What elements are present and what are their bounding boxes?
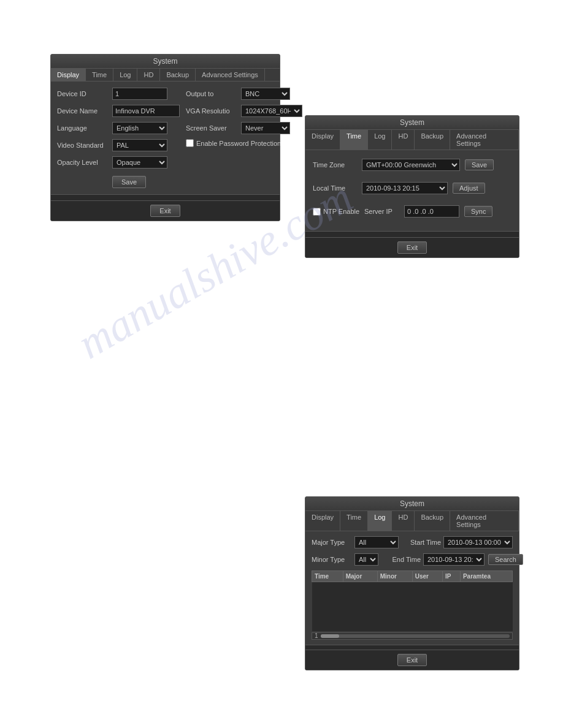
minor-type-select[interactable]: All <box>354 553 378 566</box>
password-protection-checkbox[interactable] <box>186 139 194 147</box>
log-scrollbar[interactable]: 1 <box>312 632 513 640</box>
log-table: Time Major Minor User IP Paramtea <box>312 571 513 631</box>
tab-advanced-3[interactable]: Advanced Settings <box>450 511 519 531</box>
output-to-select[interactable]: BNC <box>241 88 290 100</box>
panel2-content: Time Zone GMT+00:00 Greenwich Save Local… <box>305 150 519 231</box>
col-ip: IP <box>442 571 460 582</box>
local-time-label: Local Time <box>313 184 362 192</box>
device-name-input[interactable] <box>112 105 180 117</box>
col-paramtea: Paramtea <box>460 571 512 582</box>
panel3-title: System <box>305 497 519 511</box>
major-type-row: Major Type All Start Time 2010-09-13 00:… <box>312 536 513 548</box>
server-ip-label: Server IP <box>364 208 404 215</box>
tab-log-1[interactable]: Log <box>113 69 137 81</box>
tab-time-3[interactable]: Time <box>340 511 368 531</box>
video-standard-label: Video Standard <box>57 142 112 149</box>
screen-saver-select[interactable]: Never <box>241 122 290 134</box>
time-zone-label: Time Zone <box>313 161 362 169</box>
col-minor: Minor <box>377 571 412 582</box>
panel2-footer: Exit <box>305 237 519 257</box>
tab-backup-2[interactable]: Backup <box>415 130 450 150</box>
password-protection-label: Enable Password Protection <box>196 140 281 147</box>
col-user: User <box>412 571 442 582</box>
device-id-row: Device ID <box>57 88 180 100</box>
system-log-panel: System Display Time Log HD Backup Advanc… <box>305 496 519 670</box>
ntp-enable-label: NTP Enable <box>323 208 359 215</box>
panel3-content: Major Type All Start Time 2010-09-13 00:… <box>305 531 519 645</box>
panel1-exit-button[interactable]: Exit <box>150 205 180 217</box>
system-time-panel: System Display Time Log HD Backup Advanc… <box>305 115 519 258</box>
tab-time-2[interactable]: Time <box>340 130 368 150</box>
server-ip-input[interactable] <box>404 205 459 218</box>
adjust-button[interactable]: Adjust <box>453 183 485 194</box>
tab-backup-1[interactable]: Backup <box>160 69 196 81</box>
opacity-level-label: Opacity Level <box>57 159 112 166</box>
panel1-title: System <box>51 55 280 69</box>
tab-hd-3[interactable]: HD <box>392 511 415 531</box>
panel1-tabs: Display Time Log HD Backup Advanced Sett… <box>51 69 280 82</box>
tab-log-3[interactable]: Log <box>368 511 392 531</box>
language-label: Language <box>57 124 112 132</box>
screen-saver-row: Screen Saver Never <box>186 122 302 134</box>
col-time: Time <box>312 571 343 582</box>
device-name-row: Device Name <box>57 105 180 117</box>
video-standard-select[interactable]: PAL <box>112 139 167 151</box>
video-standard-row: Video Standard PAL <box>57 139 180 151</box>
output-to-label: Output to <box>186 90 241 97</box>
minor-type-row: Minor Type All End Time 2010-09-13 20:15… <box>312 553 513 566</box>
panel3-footer: Exit <box>305 650 519 670</box>
tab-advanced-1[interactable]: Advanced Settings <box>196 69 265 81</box>
major-type-label: Major Type <box>312 539 354 546</box>
tab-time-1[interactable]: Time <box>86 69 113 81</box>
language-row: Language English <box>57 122 180 134</box>
panel1-save-button[interactable]: Save <box>112 176 146 188</box>
output-to-row: Output to BNC <box>186 88 302 100</box>
ntp-row: NTP Enable Server IP Sync <box>313 205 511 218</box>
opacity-level-row: Opacity Level Opaque <box>57 156 180 169</box>
start-time-label: Start Time <box>404 539 443 546</box>
password-protection-row: Enable Password Protection <box>186 139 302 147</box>
major-type-select[interactable]: All <box>354 536 399 548</box>
pagination: 1 <box>315 632 318 639</box>
search-button[interactable]: Search <box>488 554 523 565</box>
scrollbar-thumb <box>321 634 339 638</box>
screen-saver-label: Screen Saver <box>186 124 241 132</box>
scrollbar-track <box>321 634 510 638</box>
tab-display-3[interactable]: Display <box>305 511 340 531</box>
tab-display-1[interactable]: Display <box>51 69 86 81</box>
language-select[interactable]: English <box>112 122 167 134</box>
tab-hd-1[interactable]: HD <box>137 69 160 81</box>
start-time-select[interactable]: 2010-09-13 00:00 <box>443 536 513 548</box>
device-id-label: Device ID <box>57 90 112 97</box>
time-zone-row: Time Zone GMT+00:00 Greenwich Save <box>313 159 511 171</box>
panel2-exit-button[interactable]: Exit <box>397 241 427 254</box>
panel2-tabs: Display Time Log HD Backup Advanced Sett… <box>305 130 519 150</box>
device-id-input[interactable] <box>112 88 167 100</box>
panel2-title: System <box>305 116 519 130</box>
col-major: Major <box>343 571 377 582</box>
tab-advanced-2[interactable]: Advanced Settings <box>450 130 519 150</box>
time-zone-select[interactable]: GMT+00:00 Greenwich <box>362 159 460 171</box>
end-time-label: End Time <box>383 556 423 563</box>
opacity-level-select[interactable]: Opaque <box>112 156 167 169</box>
panel1-footer: Exit <box>51 200 280 221</box>
device-name-label: Device Name <box>57 107 112 115</box>
vga-resolution-label: VGA Resolutio <box>186 107 241 115</box>
tab-display-2[interactable]: Display <box>305 130 340 150</box>
end-time-select[interactable]: 2010-09-13 20:15 <box>423 553 484 566</box>
ntp-enable-checkbox[interactable] <box>313 208 321 216</box>
tab-hd-2[interactable]: HD <box>392 130 415 150</box>
panel2-save-button[interactable]: Save <box>465 159 494 170</box>
local-time-select[interactable]: 2010-09-13 20:15 <box>362 182 448 194</box>
sync-button[interactable]: Sync <box>464 206 492 217</box>
minor-type-label: Minor Type <box>312 556 354 563</box>
vga-resolution-row: VGA Resolutio 1024X768_60Hz <box>186 105 302 117</box>
local-time-row: Local Time 2010-09-13 20:15 Adjust <box>313 182 511 194</box>
vga-resolution-select[interactable]: 1024X768_60Hz <box>241 105 302 117</box>
system-display-panel: System Display Time Log HD Backup Advanc… <box>50 54 280 221</box>
panel1-content: Device ID Device Name Language English <box>51 82 280 194</box>
panel3-tabs: Display Time Log HD Backup Advanced Sett… <box>305 511 519 531</box>
panel3-exit-button[interactable]: Exit <box>397 654 427 666</box>
tab-backup-3[interactable]: Backup <box>415 511 450 531</box>
tab-log-2[interactable]: Log <box>368 130 392 150</box>
